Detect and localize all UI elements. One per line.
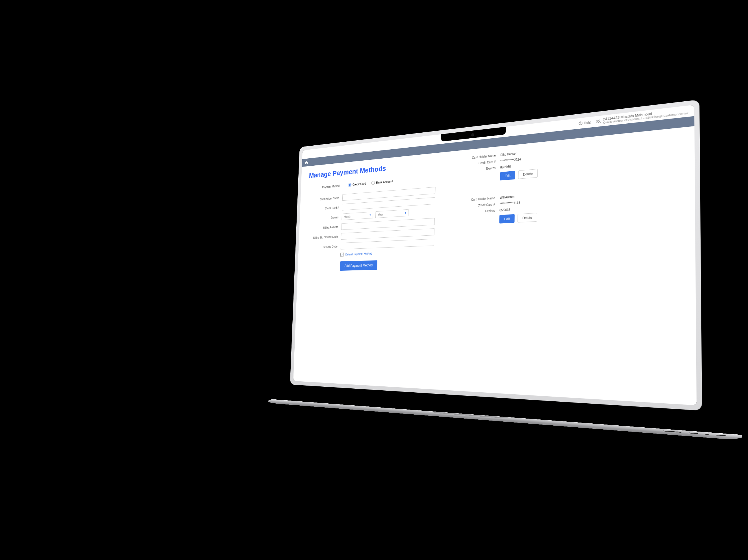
edit-card-button[interactable]: Edit — [500, 171, 515, 180]
chevron-down-icon: ▼ — [404, 212, 406, 215]
svg-point-0 — [579, 122, 582, 125]
billing-zip-label: Billing Zip / Postal Code — [306, 235, 341, 239]
account-switcher[interactable]: 24114423 Mustafa Mahmoud Quality Assuran… — [596, 107, 688, 125]
security-code-input[interactable] — [341, 239, 435, 249]
svg-point-1 — [597, 120, 598, 121]
saved-card-number-label: Credit Card # — [460, 202, 500, 208]
clock-icon — [579, 121, 582, 125]
card-holder-label: Card Holder Name — [308, 196, 342, 202]
card-holder-input[interactable] — [342, 187, 436, 201]
expiry-month-select[interactable]: Month ▼ — [342, 212, 373, 220]
saved-card-holder: Will Austen — [500, 195, 514, 199]
delete-card-button[interactable]: Delete — [518, 169, 538, 179]
navbar — [302, 116, 695, 167]
expires-label: Expires — [307, 215, 342, 220]
billing-address-input[interactable] — [341, 218, 435, 230]
default-method-checkbox[interactable]: ✓ — [341, 252, 344, 257]
radio-bank-label: Bank Account — [376, 179, 393, 184]
add-payment-method-button[interactable]: Add Payment Method — [340, 260, 377, 271]
saved-card-expires: 09/2030 — [500, 165, 511, 169]
delete-card-button[interactable]: Delete — [517, 213, 537, 222]
app-window: Help 24114423 Mustafa Mahmoud Quality As… — [293, 105, 697, 405]
billing-address-label: Billing Address — [307, 225, 341, 230]
saved-card-expires: 05/2035 — [499, 208, 510, 212]
saved-card: Card Holder NameWill AustenCredit Card #… — [459, 189, 593, 225]
saved-card-number: ************1115 — [500, 201, 520, 206]
saved-card-holder: Eiko Hansen — [500, 151, 517, 156]
svg-point-2 — [599, 120, 600, 121]
saved-card-expires-label: Expires — [459, 209, 499, 214]
month-placeholder: Month — [344, 215, 351, 218]
billing-zip-input[interactable] — [341, 228, 435, 240]
security-code-label: Security Code — [306, 245, 341, 249]
help-link[interactable]: Help — [579, 120, 591, 125]
saved-card-expires-label: Expires — [461, 166, 500, 173]
card-number-label: Credit Card # — [308, 206, 342, 211]
home-icon[interactable] — [305, 160, 308, 165]
account-name: 24114423 Mustafa Mahmoud — [603, 107, 688, 121]
chevron-down-icon: ▼ — [369, 214, 371, 217]
expiry-year-select[interactable]: Year ▼ — [375, 210, 408, 218]
radio-credit-label: Credit Card — [353, 182, 366, 186]
saved-card-holder-label: Card Holder Name — [461, 153, 500, 160]
topbar: Help 24114423 Mustafa Mahmoud Quality As… — [302, 105, 694, 159]
help-label: Help — [584, 120, 591, 125]
radio-dot-icon — [371, 181, 375, 185]
payment-method-label: Payment Method — [308, 184, 343, 190]
account-sub: Quality Assurance Account 1 – EBizCharge… — [603, 112, 688, 124]
default-method-label: Default Payment Method — [346, 252, 372, 256]
saved-card-number: ************2224 — [500, 158, 521, 163]
year-placeholder: Year — [378, 213, 383, 216]
radio-credit-card[interactable]: Credit Card — [348, 181, 366, 187]
edit-card-button[interactable]: Edit — [499, 214, 515, 223]
saved-card: Card Holder NameEiko HansenCredit Card #… — [460, 144, 594, 184]
radio-bank-account[interactable]: Bank Account — [371, 179, 393, 185]
radio-dot-icon — [348, 183, 351, 187]
saved-card-holder-label: Card Holder Name — [460, 196, 500, 202]
people-icon — [596, 119, 601, 123]
saved-card-number-label: Credit Card # — [461, 160, 500, 167]
